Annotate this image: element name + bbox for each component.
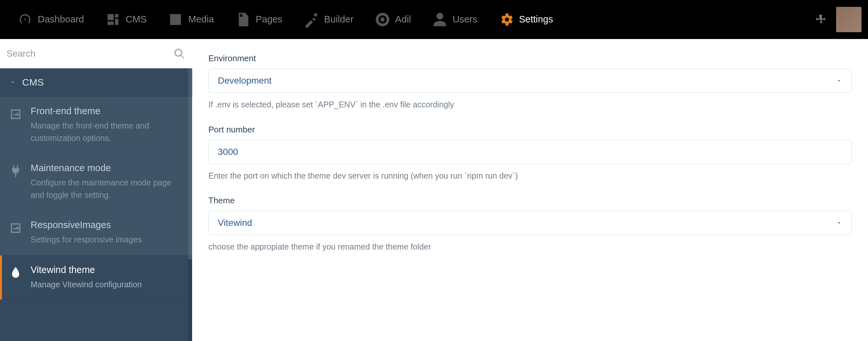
- user-icon: [432, 11, 448, 28]
- sidebar-item-maintenance-mode[interactable]: Maintenance mode Configure the maintenan…: [0, 154, 192, 210]
- nav-label: Dashboard: [38, 14, 84, 25]
- sidebar: CMS Front-end theme Manage the front-end…: [0, 39, 192, 341]
- page-icon: [235, 11, 251, 28]
- nav-label: CMS: [126, 14, 147, 25]
- sidebar-item-frontend-theme[interactable]: Front-end theme Manage the front-end the…: [0, 97, 192, 154]
- life-ring-icon: [374, 11, 391, 28]
- sidebar-scrollbar[interactable]: [188, 68, 192, 341]
- nav-label: Adil: [395, 14, 411, 25]
- top-navigation: Dashboard CMS Media Pages Builder: [0, 0, 868, 39]
- chevron-down-icon: [836, 219, 842, 226]
- sidebar-item-title: Vitewind theme: [31, 265, 184, 275]
- tint-icon: [8, 266, 23, 280]
- sidebar-item-desc: Manage Vitewind configuration: [31, 278, 184, 291]
- gears-icon: [498, 11, 515, 28]
- nav-users[interactable]: Users: [421, 0, 488, 39]
- theme-help: choose the appropiate theme if you renam…: [208, 241, 852, 253]
- theme-select[interactable]: Vitewind: [208, 211, 852, 235]
- nav-label: Media: [188, 14, 214, 25]
- sidebar-item-responsive-images[interactable]: ResponsiveImages Settings for responsive…: [0, 210, 192, 255]
- nav-label: Builder: [324, 14, 353, 25]
- nav-label: Users: [453, 14, 477, 25]
- nav-adil[interactable]: Adil: [364, 0, 421, 39]
- sidebar-item-vitewind-theme[interactable]: Vitewind theme Manage Vitewind configura…: [0, 255, 192, 300]
- nav-builder[interactable]: Builder: [293, 0, 364, 39]
- port-label: Port number: [208, 125, 852, 135]
- theme-label: Theme: [208, 196, 852, 206]
- image-icon: [8, 221, 23, 235]
- environment-label: Environment: [208, 54, 852, 63]
- plug-icon: [8, 164, 23, 178]
- sidebar-item-title: ResponsiveImages: [31, 219, 184, 230]
- search-bar: [0, 39, 192, 68]
- gauge-icon: [17, 11, 33, 28]
- move-icon[interactable]: [815, 14, 827, 25]
- sidebar-item-title: Maintenance mode: [31, 163, 184, 173]
- scrollbar-thumb[interactable]: [188, 68, 192, 259]
- search-icon[interactable]: [173, 47, 186, 60]
- sidebar-item-desc: Configure the maintenance mode page and …: [31, 177, 184, 201]
- avatar[interactable]: [836, 7, 862, 32]
- environment-help: If .env is selected, please set `APP_ENV…: [208, 99, 852, 111]
- content-area: Environment Development If .env is selec…: [192, 39, 868, 341]
- chevron-down-icon: [836, 77, 842, 84]
- nav-label: Settings: [519, 14, 553, 25]
- sidebar-section-label: CMS: [22, 77, 44, 88]
- environment-value: Development: [218, 75, 272, 86]
- sidebar-item-title: Front-end theme: [31, 106, 184, 116]
- image-icon: [167, 11, 184, 28]
- nav-dashboard[interactable]: Dashboard: [6, 0, 94, 39]
- sidebar-item-desc: Manage the front-end theme and customiza…: [31, 120, 184, 144]
- port-input[interactable]: [208, 140, 852, 164]
- port-help: Enter the port on which the theme dev se…: [208, 170, 852, 182]
- sidebar-section-cms[interactable]: CMS: [0, 68, 192, 97]
- nav-cms[interactable]: CMS: [94, 0, 157, 39]
- theme-value: Vitewind: [218, 218, 252, 228]
- nav-media[interactable]: Media: [157, 0, 224, 39]
- sidebar-item-desc: Settings for responsive images: [31, 234, 184, 246]
- nav-pages[interactable]: Pages: [224, 0, 293, 39]
- chevron-down-icon: [9, 79, 16, 86]
- picture-icon: [8, 107, 23, 122]
- search-input[interactable]: [6, 48, 173, 59]
- wrench-icon: [304, 11, 320, 28]
- nav-label: Pages: [255, 14, 282, 25]
- environment-select[interactable]: Development: [208, 69, 852, 93]
- nav-settings[interactable]: Settings: [488, 0, 564, 39]
- cms-icon: [105, 11, 121, 28]
